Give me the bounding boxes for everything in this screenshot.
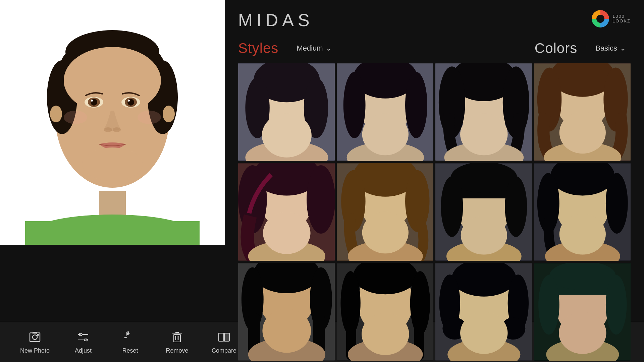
right-panel: MIDAS 1000 LOOKZ Styles Medium ⌄ Colors … — [225, 0, 644, 322]
svg-point-22 — [64, 111, 87, 124]
svg-point-115 — [606, 275, 627, 335]
svg-point-39 — [362, 113, 409, 155]
svg-point-37 — [405, 72, 427, 138]
svg-point-46 — [460, 113, 508, 155]
hair-style-item-4[interactable] — [534, 63, 631, 161]
app-header: MIDAS 1000 LOOKZ — [238, 10, 631, 30]
svg-point-100 — [362, 313, 409, 355]
hair-style-item-9[interactable] — [238, 263, 335, 361]
new-photo-icon — [28, 330, 42, 345]
hair-style-grid — [238, 63, 631, 361]
colors-label: Colors — [535, 40, 577, 56]
reset-button[interactable]: Reset — [117, 330, 144, 354]
logo-text: 1000 LOOKZ — [612, 14, 631, 24]
svg-point-10 — [64, 47, 161, 114]
colors-dropdown[interactable]: Basics ⌄ — [591, 42, 631, 55]
svg-point-53 — [559, 112, 606, 154]
hair-style-item-6[interactable] — [337, 163, 433, 261]
logo-area: 1000 LOOKZ — [592, 10, 631, 27]
person-photo — [0, 0, 225, 245]
compare-button[interactable]: Compare — [211, 330, 237, 354]
controls-row: Styles Medium ⌄ Colors Basics ⌄ — [238, 40, 631, 56]
svg-rect-135 — [219, 333, 224, 341]
svg-point-32 — [262, 113, 312, 158]
svg-point-20 — [113, 127, 121, 132]
svg-point-60 — [263, 212, 311, 254]
svg-point-36 — [343, 72, 366, 138]
svg-point-18 — [128, 100, 130, 102]
svg-point-114 — [538, 275, 559, 335]
svg-point-58 — [307, 165, 335, 234]
compare-label: Compare — [212, 347, 236, 354]
logo-circle — [592, 10, 609, 27]
svg-point-119 — [33, 335, 37, 340]
svg-point-80 — [606, 173, 628, 234]
colors-dropdown-arrow: ⌄ — [620, 44, 626, 53]
hair-style-item-3[interactable] — [435, 63, 532, 161]
svg-point-117 — [559, 312, 606, 354]
adjust-button[interactable]: Adjust — [70, 330, 97, 354]
svg-point-123 — [84, 339, 86, 341]
adjust-label: Adjust — [75, 347, 92, 354]
remove-label: Remove — [166, 347, 189, 354]
svg-point-19 — [104, 127, 112, 132]
svg-point-72 — [441, 176, 463, 237]
svg-point-67 — [362, 212, 409, 253]
hair-style-item-2[interactable] — [337, 63, 433, 161]
svg-rect-136 — [224, 333, 229, 341]
person-image — [0, 0, 225, 245]
hair-style-item-7[interactable] — [435, 163, 532, 261]
photo-panel — [0, 0, 225, 245]
hair-style-item-11[interactable] — [435, 263, 532, 361]
reset-icon — [123, 330, 138, 345]
svg-point-109 — [460, 312, 508, 354]
svg-point-71 — [451, 163, 517, 193]
svg-point-25 — [163, 106, 175, 122]
svg-point-121 — [37, 334, 39, 336]
hair-style-item-5[interactable] — [238, 163, 335, 261]
svg-point-23 — [138, 111, 161, 124]
svg-point-82 — [559, 214, 606, 255]
hair-style-item-10[interactable] — [337, 263, 433, 361]
hair-style-item-12[interactable] — [534, 263, 631, 361]
toolbar-left: New Photo Adjust — [20, 330, 237, 354]
new-photo-label: New Photo — [20, 347, 50, 354]
svg-point-14 — [91, 100, 93, 102]
new-photo-button[interactable]: New Photo — [20, 330, 50, 354]
remove-icon — [170, 330, 184, 345]
compare-icon — [217, 330, 231, 345]
svg-point-75 — [461, 216, 507, 254]
styles-label: Styles — [238, 40, 278, 56]
svg-point-73 — [505, 176, 527, 237]
adjust-icon — [76, 330, 91, 345]
reset-label: Reset — [122, 347, 138, 354]
remove-button[interactable]: Remove — [164, 330, 191, 354]
hair-style-item-8[interactable] — [534, 163, 631, 261]
svg-point-21 — [82, 147, 143, 181]
styles-dropdown-arrow: ⌄ — [326, 44, 332, 53]
styles-dropdown[interactable]: Medium ⌄ — [292, 42, 336, 55]
app-title: MIDAS — [238, 10, 314, 30]
svg-point-122 — [80, 334, 82, 336]
hair-style-item-1[interactable] — [238, 63, 335, 161]
svg-point-24 — [50, 106, 62, 122]
svg-point-91 — [262, 309, 311, 353]
